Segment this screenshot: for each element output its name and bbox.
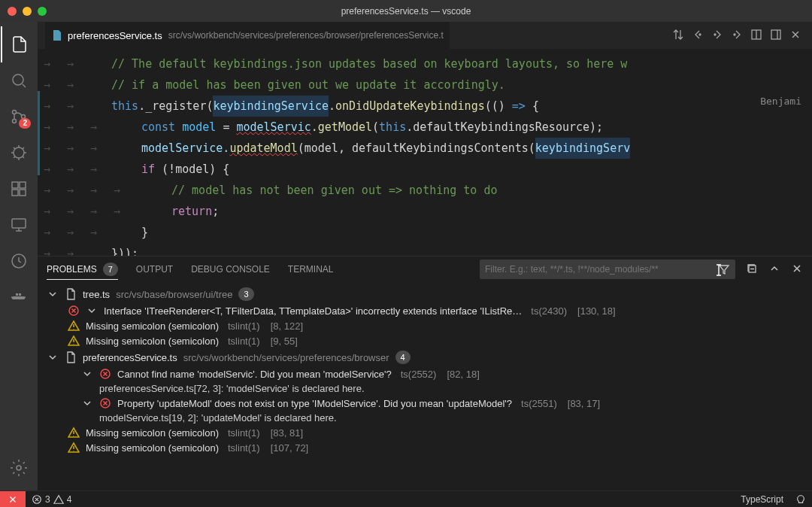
warning-icon <box>68 335 80 347</box>
problems-filter-input[interactable] <box>485 264 718 275</box>
svg-rect-6 <box>20 182 26 188</box>
scm-badge: 2 <box>19 118 31 129</box>
file-count-badge: 3 <box>238 287 253 301</box>
problems-filter[interactable] <box>480 260 735 279</box>
problems-count-badge: 7 <box>103 263 118 276</box>
panel: PROBLEMS 7 OUTPUT DEBUG CONSOLE TERMINAL <box>38 256 812 490</box>
source-control-icon[interactable]: 2 <box>1 99 37 135</box>
svg-point-11 <box>17 466 21 470</box>
svg-rect-16 <box>771 30 780 39</box>
problem-item[interactable]: Cannot find name 'modelServic'. Did you … <box>38 366 812 381</box>
error-icon <box>68 305 80 317</box>
chevron-up-icon[interactable] <box>768 263 780 277</box>
search-icon[interactable] <box>1 62 37 99</box>
editor-tab[interactable]: preferencesService.ts src/vs/workbench/s… <box>45 22 450 49</box>
warning-icon <box>68 320 80 332</box>
editor[interactable]: Benjami →→// The default keybindings.jso… <box>38 49 812 256</box>
panel-tabs: PROBLEMS 7 OUTPUT DEBUG CONSOLE TERMINAL <box>38 257 812 282</box>
chevron-down-icon[interactable] <box>81 368 93 380</box>
docker-icon[interactable] <box>1 279 37 315</box>
problems-file-row[interactable]: preferencesService.ts src/vs/workbench/s… <box>38 348 812 366</box>
extensions-icon[interactable] <box>1 171 37 207</box>
error-icon <box>99 368 111 380</box>
file-icon <box>65 288 77 300</box>
debug-icon[interactable] <box>1 135 37 171</box>
code-comment: // if a model has been given out we upda… <box>111 74 505 96</box>
filter-icon[interactable] <box>718 263 730 275</box>
collapse-all-icon[interactable] <box>746 263 758 277</box>
svg-rect-5 <box>12 182 18 188</box>
svg-rect-7 <box>12 190 18 196</box>
titlebar: preferencesService.ts — vscode <box>0 0 812 22</box>
tab-filename: preferencesService.ts <box>68 30 162 41</box>
warning-icon <box>68 442 80 454</box>
split-icon[interactable] <box>770 29 782 43</box>
editor-actions <box>672 29 812 43</box>
codelens-author[interactable]: Benjami <box>760 91 801 112</box>
svg-rect-9 <box>12 219 26 228</box>
svg-point-13 <box>714 34 716 35</box>
problems-file-row[interactable]: tree.ts src/vs/base/browser/ui/tree 3 <box>38 285 812 303</box>
problem-item[interactable]: Missing semicolon (semicolon) tslint(1) … <box>38 440 812 455</box>
minimize-window-button[interactable] <box>23 7 32 16</box>
tab-debug-console[interactable]: DEBUG CONSOLE <box>191 264 270 275</box>
status-problems[interactable]: 3 4 <box>26 494 77 505</box>
chevron-down-icon[interactable] <box>47 288 59 300</box>
status-error-indicator[interactable] <box>0 491 26 508</box>
status-bar: 3 4 TypeScript <box>0 490 812 507</box>
explorer-icon[interactable] <box>1 26 37 62</box>
chevron-down-icon[interactable] <box>81 397 93 409</box>
svg-point-12 <box>699 34 701 35</box>
problem-related-info[interactable]: modelService.ts[19, 2]: 'updateModel' is… <box>38 411 812 425</box>
problem-item[interactable]: Property 'updateModl' does not exist on … <box>38 396 812 411</box>
compare-icon[interactable] <box>672 29 684 43</box>
status-language[interactable]: TypeScript <box>735 494 789 505</box>
problem-item[interactable]: Interface 'ITreeRenderer<T, TFilterData,… <box>38 303 812 318</box>
code-comment: // The default keybindings.json updates … <box>111 53 627 74</box>
error-icon <box>99 397 111 409</box>
svg-point-0 <box>13 74 23 85</box>
close-panel-icon[interactable] <box>791 263 803 277</box>
prev-change-icon[interactable] <box>692 29 704 43</box>
warning-icon <box>68 427 80 439</box>
problems-list[interactable]: tree.ts src/vs/base/browser/ui/tree 3 In… <box>38 282 812 490</box>
window-controls <box>8 7 47 16</box>
editor-tabs: preferencesService.ts src/vs/workbench/s… <box>38 22 812 49</box>
problem-related-info[interactable]: preferencesService.ts[72, 3]: 'modelServ… <box>38 381 812 396</box>
chevron-down-icon[interactable] <box>47 351 59 363</box>
status-feedback-icon[interactable] <box>789 494 812 505</box>
svg-point-1 <box>13 111 17 114</box>
close-window-button[interactable] <box>8 7 17 16</box>
svg-point-14 <box>734 34 735 35</box>
problem-item[interactable]: Missing semicolon (semicolon) tslint(1) … <box>38 318 812 333</box>
activity-bar: 2 <box>0 22 38 490</box>
remote-icon[interactable] <box>1 207 37 243</box>
tab-path: src/vs/workbench/services/preferences/br… <box>168 30 444 41</box>
grid-icon[interactable] <box>750 29 762 43</box>
maximize-window-button[interactable] <box>38 7 47 16</box>
svg-rect-8 <box>20 190 26 196</box>
tab-problems[interactable]: PROBLEMS 7 <box>47 263 118 280</box>
references-icon[interactable] <box>1 243 37 279</box>
action-icon[interactable] <box>731 29 743 43</box>
problem-item[interactable]: Missing semicolon (semicolon) tslint(1) … <box>38 333 812 348</box>
tab-output[interactable]: OUTPUT <box>136 264 173 275</box>
file-icon <box>65 351 77 363</box>
chevron-down-icon[interactable] <box>86 305 98 317</box>
settings-icon[interactable] <box>1 450 37 486</box>
file-count-badge: 4 <box>395 351 411 364</box>
window-title: preferencesService.ts — vscode <box>341 6 471 17</box>
next-change-icon[interactable] <box>711 29 723 43</box>
svg-point-4 <box>14 147 24 158</box>
gutter-decoration <box>38 91 40 175</box>
problem-item[interactable]: Missing semicolon (semicolon) tslint(1) … <box>38 425 812 440</box>
close-icon[interactable] <box>789 29 801 43</box>
svg-point-2 <box>13 120 17 123</box>
tab-terminal[interactable]: TERMINAL <box>288 264 334 275</box>
